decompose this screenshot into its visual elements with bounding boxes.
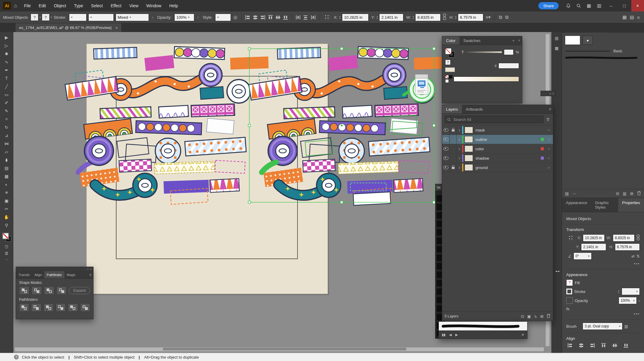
floating-widget[interactable] — [415, 74, 428, 94]
visibility-toggle[interactable] — [442, 135, 450, 144]
tint-slider[interactable] — [466, 51, 502, 53]
layer-row[interactable]: › mask ○ — [442, 125, 553, 135]
tool-button[interactable]: ✂ — [0, 205, 13, 213]
layer-name[interactable]: ground — [475, 165, 541, 170]
make-clipping-mask-icon[interactable]: ▣ — [527, 314, 531, 319]
fill-label[interactable]: Fill — [575, 281, 580, 285]
fill-color-proxy[interactable]: ? — [31, 14, 38, 21]
libraries-menu-icon[interactable]: ⋯ — [572, 191, 576, 196]
panel-icon[interactable]: ▦ — [555, 46, 558, 50]
close-tab-icon[interactable]: × — [115, 25, 118, 30]
reference-point-grid[interactable] — [568, 235, 573, 241]
new-brush-icon[interactable]: ⊞ — [630, 191, 633, 196]
panel-tab[interactable]: Appearance — [562, 198, 591, 212]
panel-tab[interactable]: Color — [442, 36, 459, 45]
layer-thumbnail[interactable] — [465, 136, 473, 143]
panel-tab[interactable]: Transfo — [16, 271, 32, 278]
y-stepper[interactable]: ▴▾ — [377, 15, 378, 19]
current-color-swatch[interactable] — [445, 67, 455, 72]
panel-menu-icon[interactable]: ≡ — [87, 271, 93, 278]
fill-swatch[interactable]: ? — [566, 279, 573, 286]
settings-menu-icon[interactable]: ≡ — [637, 15, 640, 20]
opacity-label[interactable]: Opacity — [575, 298, 588, 303]
panel-icon[interactable]: ▤ — [555, 36, 558, 41]
link-dimensions-icon[interactable] — [443, 14, 446, 21]
collapse-panel-icon[interactable]: « — [550, 92, 551, 95]
layer-thumbnail[interactable] — [465, 145, 473, 152]
none-swatch[interactable] — [445, 75, 449, 79]
tool-button[interactable]: ✋ — [0, 213, 13, 221]
align-vertical-center-icon[interactable] — [612, 343, 617, 348]
stroke-label[interactable]: Stroke — [574, 289, 586, 294]
layer-row[interactable]: › color ○ — [442, 144, 553, 154]
hex-field[interactable] — [498, 63, 519, 69]
align-horizontal-center-icon[interactable] — [253, 15, 258, 20]
tool-button[interactable]: ✒ — [0, 66, 13, 74]
x-stepper[interactable]: ▴▾ — [340, 15, 341, 19]
tool-button[interactable]: ▱ — [0, 148, 13, 156]
brush-preview-row[interactable] — [439, 322, 527, 330]
tool-button[interactable]: ✎ — [0, 107, 13, 115]
maximize-button[interactable]: □ — [618, 0, 631, 11]
import-document-icon[interactable]: ⧉ — [505, 15, 508, 20]
intersect-button[interactable] — [44, 286, 54, 295]
lock-toggle[interactable] — [450, 144, 457, 153]
arrange-grid-icon[interactable]: ▦ — [623, 15, 627, 20]
w-stepper[interactable]: ▴▾ — [413, 15, 414, 19]
layer-row[interactable]: › outline ○ — [442, 135, 553, 144]
layer-thumbnail[interactable] — [465, 155, 473, 161]
fill-stroke-proxy[interactable] — [445, 48, 454, 57]
visibility-toggle[interactable] — [442, 163, 450, 172]
filter-icon[interactable]: ∇ — [545, 117, 550, 122]
fill-proxy[interactable] — [445, 48, 452, 54]
brush-swatch-rectangle[interactable] — [565, 36, 580, 45]
expand-chevron-icon[interactable]: › — [457, 156, 462, 161]
transform-options-icon[interactable]: ≡▾ — [486, 15, 491, 20]
panel-tab[interactable]: Properties — [618, 198, 644, 212]
target-circle-icon[interactable]: ○ — [546, 137, 551, 141]
y-field[interactable]: 2.1401 in — [379, 14, 403, 21]
menu-item[interactable]: Edit — [35, 0, 50, 11]
merge-button[interactable] — [44, 303, 54, 312]
collapsed-panel-bar[interactable]: « × — [540, 91, 556, 96]
stroke-color-proxy[interactable]: ? — [42, 14, 50, 21]
workspace-switcher-icon[interactable]: ▥ — [594, 3, 604, 8]
layer-name[interactable]: shadow — [475, 156, 541, 161]
rotate-field[interactable]: 0°▾ — [573, 252, 592, 260]
lock-toggle[interactable] — [450, 163, 457, 172]
menu-item[interactable]: Object — [50, 0, 70, 11]
tool-button[interactable]: ⧫ — [0, 156, 13, 164]
tool-button[interactable]: ▷ — [0, 41, 13, 50]
brush-libraries-icon[interactable]: ▥ — [624, 324, 628, 329]
new-layer-icon[interactable]: ⊞ — [540, 314, 544, 319]
link-dimensions-icon[interactable] — [636, 235, 640, 242]
tool-button[interactable]: ◐ — [0, 180, 13, 188]
panel-menu-icon[interactable]: ≡ — [547, 105, 553, 113]
pause-icon[interactable]: ▮▮ — [442, 333, 445, 337]
close-panel-icon[interactable]: × — [552, 92, 554, 95]
arrange-rows-icon[interactable]: ▤ — [630, 15, 634, 20]
divide-button[interactable] — [19, 303, 29, 312]
align-vertical-center-icon[interactable] — [275, 15, 281, 20]
menu-item[interactable]: Window — [142, 0, 165, 11]
align-top-icon[interactable] — [268, 15, 273, 20]
expand-chevron-icon[interactable]: › — [457, 137, 462, 142]
brush-swatch-dot[interactable]: ● — [583, 36, 593, 45]
draw-mode-icon[interactable]: ◳ — [0, 243, 13, 250]
minimize-button[interactable]: – — [605, 0, 617, 11]
layer-name[interactable]: mask — [475, 128, 541, 132]
next-icon[interactable]: ▶ — [455, 333, 458, 337]
brush-options-icon[interactable]: ▥ — [623, 191, 626, 196]
menu-item[interactable]: File — [20, 0, 35, 11]
horizontal-scrollbar-thumb[interactable] — [163, 348, 406, 350]
notifications-bell-icon[interactable] — [564, 3, 573, 8]
tool-button[interactable]: ↻ — [0, 123, 13, 131]
menu-item[interactable]: Type — [70, 0, 87, 11]
minus-front-button[interactable] — [31, 286, 42, 295]
opacity-field[interactable]: 100%▾ — [619, 297, 637, 304]
opacity-options-chevron-icon[interactable]: › — [639, 298, 640, 303]
flip-vertical-icon[interactable]: ⇅ — [636, 254, 640, 259]
expand-chevron-icon[interactable]: › — [457, 128, 462, 132]
share-button[interactable]: Share — [538, 2, 559, 9]
brush-definition-field[interactable]: Mixed▾ — [116, 14, 149, 21]
